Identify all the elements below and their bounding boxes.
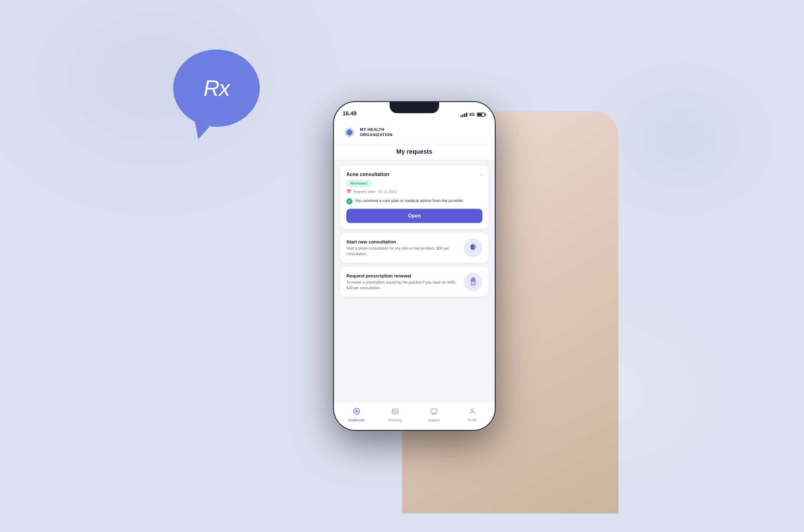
prescription-renewal-desc: To renew a prescription issued by the pr… [346,280,460,291]
nav-label-support: Support [428,418,440,422]
prescription-renewal-title: Request prescription renewal [346,273,460,278]
rx-bubble-circle: Rx [173,50,260,127]
nav-label-healthcare: Healthcare [348,418,365,422]
request-card-header: Acne consultation › [346,171,482,177]
main-content: Acne consultation › Reviewed 📅 Request d… [334,160,495,430]
battery-fill [478,114,482,116]
prescription-renewal-card[interactable]: Request prescription renewal To renew a … [340,267,489,297]
prescription-renewal-text: Request prescription renewal To renew a … [346,273,460,291]
app-title: MY HEALTH ORGANIZATION [360,127,393,138]
nav-item-healthcare[interactable]: Healthcare [337,408,376,422]
svg-rect-6 [472,278,475,279]
nav-item-profile[interactable]: Profile [453,408,492,422]
support-icon [430,408,438,417]
phone-notch [390,102,439,113]
screen-content: MY HEALTH ORGANIZATION My requests Acne … [334,119,495,430]
photolog-icon [391,408,399,417]
check-circle-icon: ✓ [346,198,352,205]
app-logo-icon [343,126,356,139]
nav-item-photolog[interactable]: Photolog [376,408,414,422]
date-label: Request date: [353,190,376,194]
rx-text: Rx [204,75,229,101]
check-mark: ✓ [348,199,351,204]
svg-rect-8 [471,279,476,282]
svg-rect-20 [431,409,437,413]
rx-speech-bubble: Rx [173,50,272,136]
nav-label-photolog: Photolog [388,418,402,422]
new-consultation-title: Start new consultation [346,239,460,244]
face-icon [467,242,479,253]
signal-bar-2 [462,114,463,117]
reviewed-badge: Reviewed [346,180,371,187]
new-consultation-icon [464,239,482,257]
signal-bar-3 [464,114,465,117]
status-icons: 4G [460,112,486,117]
profile-icon [469,408,476,417]
new-consultation-card[interactable]: Start new consultation Start a photo con… [340,233,489,263]
page-title-section: My requests [334,145,495,160]
page-title: My requests [343,148,486,155]
svg-point-5 [471,245,473,247]
request-title: Acne consultation [346,172,389,177]
request-date: 📅 Request date: 01.11.2022 [346,189,482,194]
app-header: MY HEALTH ORGANIZATION [334,119,495,145]
healthcare-icon [353,408,360,417]
prescription-renewal-icon [464,272,482,291]
chevron-right-icon[interactable]: › [481,171,482,177]
nav-item-support[interactable]: Support [414,408,453,422]
request-card: Acne consultation › Reviewed 📅 Request d… [340,166,489,229]
signal-bar-1 [460,115,462,117]
new-consultation-text: Start new consultation Start a photo con… [346,239,460,257]
signal-bars [460,112,467,117]
care-plan-notice: ✓ You received a care plan or medical ad… [346,198,482,205]
care-plan-text: You received a care plan or medical advi… [355,198,464,204]
medicine-bottle-icon [467,276,479,287]
calendar-icon: 📅 [346,189,351,194]
battery-body [477,113,485,117]
phone-screen: 16.49 4G [334,102,495,430]
svg-point-21 [471,409,474,411]
status-time: 16.49 [343,110,357,117]
bottom-nav: Healthcare Photolog [334,402,495,430]
battery-icon [477,113,486,117]
signal-bar-4 [466,113,467,117]
new-consultation-desc: Start a photo consultation for any skin … [346,246,460,257]
date-value: 01.11.2022 [378,190,397,194]
scene: Rx 16.49 [155,19,649,513]
phone-frame: 16.49 4G [334,102,495,430]
open-button[interactable]: Open [346,209,482,223]
status-4g-label: 4G [469,112,475,117]
nav-label-profile: Profile [467,418,477,422]
battery-tip [485,114,486,116]
rx-bubble-tail [190,121,209,141]
svg-rect-16 [393,410,395,411]
